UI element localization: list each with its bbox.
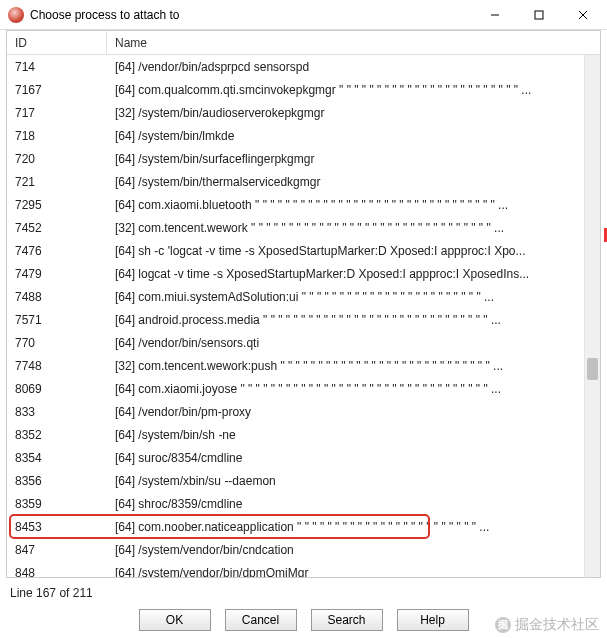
scrollbar-thumb[interactable] bbox=[587, 358, 598, 380]
cell-id: 8069 bbox=[7, 382, 107, 396]
table-row[interactable]: 848[64] /system/vendor/bin/dpmQmiMgr bbox=[7, 561, 600, 577]
table-row[interactable]: 7748[32] com.tencent.wework:push " " " "… bbox=[7, 354, 600, 377]
cell-id: 8359 bbox=[7, 497, 107, 511]
cell-name: [64] com.qualcomm.qti.smcinvokepkgmgr " … bbox=[107, 83, 600, 97]
minimize-button[interactable] bbox=[473, 1, 517, 29]
cell-id: 848 bbox=[7, 566, 107, 578]
cell-name: [64] /system/xbin/su --daemon bbox=[107, 474, 600, 488]
table-row[interactable]: 7571[64] android.process.media " " " " "… bbox=[7, 308, 600, 331]
cell-id: 717 bbox=[7, 106, 107, 120]
cell-name: [64] /vendor/bin/sensors.qti bbox=[107, 336, 600, 350]
ok-button[interactable]: OK bbox=[139, 609, 211, 631]
cell-name: [64] com.noober.naticeapplication " " " … bbox=[107, 520, 600, 534]
table-row[interactable]: 720[64] /system/bin/surfaceflingerpkgmgr bbox=[7, 147, 600, 170]
cell-id: 770 bbox=[7, 336, 107, 350]
cell-id: 7476 bbox=[7, 244, 107, 258]
cell-name: [64] /system/bin/thermalservicedkgmgr bbox=[107, 175, 600, 189]
cell-name: [64] com.xiaomi.joyose " " " " " " " " "… bbox=[107, 382, 600, 396]
table-row[interactable]: 7167[64] com.qualcomm.qti.smcinvokepkgmg… bbox=[7, 78, 600, 101]
table-row[interactable]: 718[64] /system/bin/lmkde bbox=[7, 124, 600, 147]
cell-name: [64] logcat -v time -s XposedStartupMark… bbox=[107, 267, 600, 281]
app-icon bbox=[8, 7, 24, 23]
cell-id: 833 bbox=[7, 405, 107, 419]
cell-name: [64] android.process.media " " " " " " "… bbox=[107, 313, 600, 327]
cell-name: [64] /vendor/bin/pm-proxy bbox=[107, 405, 600, 419]
cell-name: [32] /system/bin/audioserverokepkgmgr bbox=[107, 106, 600, 120]
table-row[interactable]: 833[64] /vendor/bin/pm-proxy bbox=[7, 400, 600, 423]
column-header-id[interactable]: ID bbox=[7, 31, 107, 54]
cell-name: [32] com.tencent.wework " " " " " " " " … bbox=[107, 221, 600, 235]
table-row[interactable]: 8069[64] com.xiaomi.joyose " " " " " " "… bbox=[7, 377, 600, 400]
column-headers: ID Name bbox=[7, 31, 600, 55]
table-row[interactable]: 714[64] /vendor/bin/adsprpcd sensorspd bbox=[7, 55, 600, 78]
cell-name: [64] /system/bin/sh -ne bbox=[107, 428, 600, 442]
window-title: Choose process to attach to bbox=[30, 8, 473, 22]
table-row[interactable]: 7295[64] com.xiaomi.bluetooth " " " " " … bbox=[7, 193, 600, 216]
cell-id: 714 bbox=[7, 60, 107, 74]
cell-name: [32] com.tencent.wework:push " " " " " "… bbox=[107, 359, 600, 373]
cell-id: 7295 bbox=[7, 198, 107, 212]
table-row[interactable]: 717[32] /system/bin/audioserverokepkgmgr bbox=[7, 101, 600, 124]
window-controls bbox=[473, 1, 605, 29]
cell-id: 720 bbox=[7, 152, 107, 166]
cell-name: [64] /system/vendor/bin/cndcation bbox=[107, 543, 600, 557]
table-row[interactable]: 7452[32] com.tencent.wework " " " " " " … bbox=[7, 216, 600, 239]
cell-id: 8453 bbox=[7, 520, 107, 534]
cell-id: 718 bbox=[7, 129, 107, 143]
cell-id: 7479 bbox=[7, 267, 107, 281]
close-button[interactable] bbox=[561, 1, 605, 29]
cell-name: [64] /vendor/bin/adsprpcd sensorspd bbox=[107, 60, 600, 74]
cell-id: 7488 bbox=[7, 290, 107, 304]
table-row[interactable]: 7479[64] logcat -v time -s XposedStartup… bbox=[7, 262, 600, 285]
svg-rect-1 bbox=[535, 11, 543, 19]
table-row[interactable]: 7476[64] sh -c 'logcat -v time -s Xposed… bbox=[7, 239, 600, 262]
cell-name: [64] /system/bin/surfaceflingerpkgmgr bbox=[107, 152, 600, 166]
process-list-panel: ID Name 714[64] /vendor/bin/adsprpcd sen… bbox=[6, 30, 601, 578]
cell-id: 7167 bbox=[7, 83, 107, 97]
maximize-button[interactable] bbox=[517, 1, 561, 29]
cell-id: 721 bbox=[7, 175, 107, 189]
cell-id: 7452 bbox=[7, 221, 107, 235]
table-row[interactable]: 721[64] /system/bin/thermalservicedkgmgr bbox=[7, 170, 600, 193]
cell-id: 7571 bbox=[7, 313, 107, 327]
table-row[interactable]: 847[64] /system/vendor/bin/cndcation bbox=[7, 538, 600, 561]
table-row[interactable]: 770[64] /vendor/bin/sensors.qti bbox=[7, 331, 600, 354]
cell-name: [64] sh -c 'logcat -v time -s XposedStar… bbox=[107, 244, 600, 258]
cell-name: [64] suroc/8354/cmdline bbox=[107, 451, 600, 465]
cell-id: 8354 bbox=[7, 451, 107, 465]
cancel-button[interactable]: Cancel bbox=[225, 609, 297, 631]
help-button[interactable]: Help bbox=[397, 609, 469, 631]
cell-name: [64] /system/vendor/bin/dpmQmiMgr bbox=[107, 566, 600, 578]
cell-id: 8356 bbox=[7, 474, 107, 488]
button-bar: OK Cancel Search Help bbox=[0, 606, 607, 634]
process-list[interactable]: 714[64] /vendor/bin/adsprpcd sensorspd71… bbox=[7, 55, 600, 577]
table-row[interactable]: 7488[64] com.miui.systemAdSolution:ui " … bbox=[7, 285, 600, 308]
table-row[interactable]: 8453[64] com.noober.naticeapplication " … bbox=[7, 515, 600, 538]
table-row[interactable]: 8356[64] /system/xbin/su --daemon bbox=[7, 469, 600, 492]
search-button[interactable]: Search bbox=[311, 609, 383, 631]
column-header-name[interactable]: Name bbox=[107, 31, 600, 54]
titlebar: Choose process to attach to bbox=[0, 0, 607, 30]
cell-name: [64] /system/bin/lmkde bbox=[107, 129, 600, 143]
cell-id: 847 bbox=[7, 543, 107, 557]
scrollbar[interactable] bbox=[584, 55, 600, 577]
table-row[interactable]: 8359[64] shroc/8359/cmdline bbox=[7, 492, 600, 515]
cell-id: 8352 bbox=[7, 428, 107, 442]
table-row[interactable]: 8352[64] /system/bin/sh -ne bbox=[7, 423, 600, 446]
status-line: Line 167 of 211 bbox=[10, 586, 93, 600]
cell-name: [64] shroc/8359/cmdline bbox=[107, 497, 600, 511]
cell-name: [64] com.xiaomi.bluetooth " " " " " " " … bbox=[107, 198, 600, 212]
cell-name: [64] com.miui.systemAdSolution:ui " " " … bbox=[107, 290, 600, 304]
cell-id: 7748 bbox=[7, 359, 107, 373]
table-row[interactable]: 8354[64] suroc/8354/cmdline bbox=[7, 446, 600, 469]
